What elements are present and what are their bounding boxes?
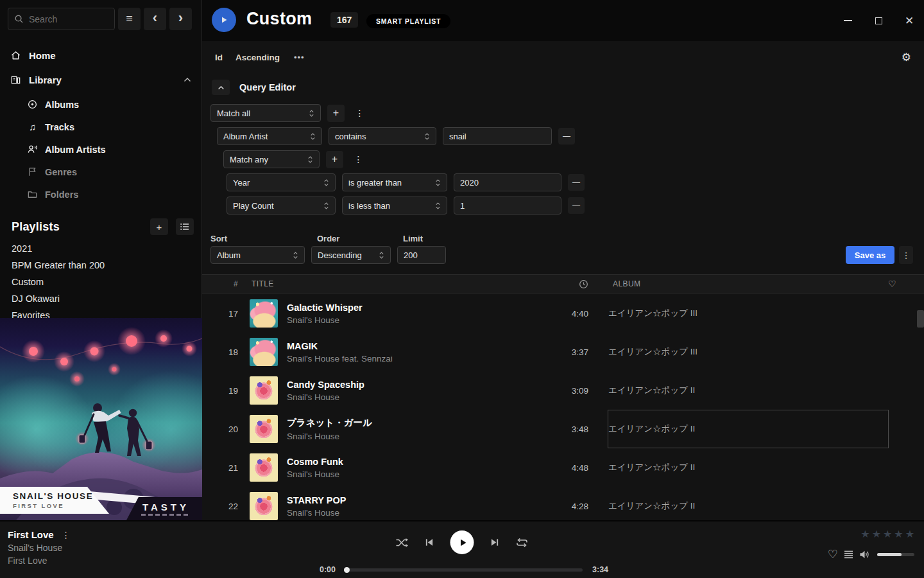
remove-rule-button[interactable]: — <box>568 197 585 214</box>
rule-value-input[interactable] <box>454 197 561 215</box>
match-type-select[interactable]: Match any <box>223 150 320 168</box>
track-row[interactable]: 22 STARRY POP Snail's House 4:28 エイリアン☆ポ… <box>202 487 924 525</box>
track-album-cell[interactable]: エイリアン☆ポップ II <box>608 448 889 487</box>
track-album-cell[interactable]: エイリアン☆ポップ III <box>608 333 889 371</box>
star-icon[interactable]: ★ <box>905 528 914 540</box>
now-playing-artwork[interactable]: SNAIL'S HOUSE FIRST LOVE TASTY <box>0 318 202 520</box>
track-row[interactable]: 21 Cosmo Funk Snail's House 4:48 エイリアン☆ポ… <box>202 448 924 487</box>
column-header-duration[interactable] <box>527 279 594 289</box>
playlist-item-dj-okawari[interactable]: DJ Okawari <box>0 290 201 307</box>
track-album-cell[interactable]: エイリアン☆ポップ II <box>608 410 889 448</box>
next-button[interactable] <box>490 538 500 547</box>
sidebar-item-albums[interactable]: Albums <box>0 93 201 116</box>
column-header-favorite[interactable]: ♡ <box>888 279 924 289</box>
seek-bar-knob[interactable] <box>344 567 350 573</box>
nav-forward-button[interactable]: › <box>169 8 192 30</box>
play-pause-button[interactable] <box>450 530 474 554</box>
scrollbar-thumb[interactable] <box>917 310 924 328</box>
sidebar-item-genres[interactable]: Genres <box>0 161 201 183</box>
elapsed-time: 0:00 <box>320 565 336 574</box>
playlist-item-custom[interactable]: Custom <box>0 274 201 290</box>
window-maximize-button[interactable] <box>873 15 884 26</box>
remove-rule-button[interactable]: — <box>568 174 585 191</box>
repeat-button[interactable] <box>516 538 529 548</box>
playlist-item-2021[interactable]: 2021 <box>0 240 201 257</box>
now-playing-album[interactable]: First Love <box>8 556 71 566</box>
rule-operator-select[interactable]: is greater than <box>342 173 447 191</box>
save-as-button[interactable]: Save as <box>846 246 894 264</box>
track-album-cell[interactable]: エイリアン☆ポップ III <box>608 294 889 333</box>
volume-fill <box>877 553 902 556</box>
total-time: 3:34 <box>592 565 608 574</box>
rule-field-select[interactable]: Play Count <box>227 197 336 215</box>
previous-button[interactable] <box>425 538 434 547</box>
search-input-container[interactable] <box>8 8 115 30</box>
order-select[interactable]: Descending <box>311 246 391 264</box>
add-rule-button[interactable]: + <box>326 151 343 168</box>
more-options-button[interactable]: ••• <box>289 49 310 66</box>
sidebar-item-folders[interactable]: Folders <box>0 183 201 206</box>
unfold-icon <box>323 202 329 210</box>
playlist-item-bpm[interactable]: BPM Greater than 200 <box>0 257 201 274</box>
add-rule-button[interactable]: + <box>327 105 345 122</box>
sort-field-button[interactable]: Id <box>215 49 235 66</box>
collapse-query-button[interactable] <box>212 80 230 95</box>
nav-back-button[interactable]: ‹ <box>144 8 166 30</box>
shuffle-icon <box>396 538 409 548</box>
group-options-button[interactable]: ⋮ <box>350 151 367 168</box>
shuffle-button[interactable] <box>396 538 409 548</box>
track-album-cell[interactable]: エイリアン☆ポップ II <box>608 487 889 525</box>
rule-operator-select[interactable]: contains <box>329 127 436 145</box>
queue-button[interactable] <box>844 550 853 559</box>
column-header-number[interactable]: # <box>202 279 238 288</box>
unfold-icon <box>323 179 329 187</box>
column-header-album[interactable]: ALBUM <box>613 279 888 288</box>
match-type-select[interactable]: Match all <box>210 104 321 122</box>
volume-slider[interactable] <box>877 553 914 556</box>
remove-rule-button[interactable]: — <box>558 128 575 144</box>
gear-icon[interactable]: ⚙ <box>902 51 911 64</box>
add-playlist-button[interactable]: + <box>150 218 168 235</box>
sidebar-menu-button[interactable]: ≡ <box>118 8 141 30</box>
now-playing-artist[interactable]: Snail's House <box>8 543 71 553</box>
rule-value-input[interactable] <box>454 173 561 191</box>
search-input[interactable] <box>29 14 99 24</box>
track-row[interactable]: 17 Galactic Whisper Snail's House 4:40 エ… <box>202 294 924 333</box>
limit-input[interactable] <box>397 246 446 264</box>
save-options-button[interactable]: ⋮ <box>899 246 913 264</box>
column-header-title[interactable]: TITLE <box>252 279 527 288</box>
sort-direction-button[interactable]: Ascending <box>235 49 289 66</box>
star-icon[interactable]: ★ <box>860 528 869 540</box>
star-icon[interactable]: ★ <box>872 528 881 540</box>
volume-button[interactable] <box>859 550 870 559</box>
rule-field-select[interactable]: Album Artist <box>217 127 322 145</box>
next-icon <box>490 538 500 547</box>
track-duration: 4:40 <box>526 309 588 319</box>
track-number: 18 <box>202 347 238 357</box>
sidebar-item-album-artists[interactable]: Album Artists <box>0 138 201 161</box>
sidebar-item-tracks[interactable]: ♫ Tracks <box>0 116 201 138</box>
star-icon[interactable]: ★ <box>883 528 892 540</box>
track-count-badge: 167 <box>330 12 358 28</box>
star-icon[interactable]: ★ <box>894 528 903 540</box>
track-artist: Snail's House <box>287 432 526 441</box>
track-album-cell[interactable]: エイリアン☆ポップ II <box>608 371 889 410</box>
track-row[interactable]: 19 Candy Spaceship Snail's House 3:09 エイ… <box>202 371 924 410</box>
track-row[interactable]: 18 MAGIK Snail's House feat. Sennzai 3:3… <box>202 333 924 371</box>
playlist-list-button[interactable] <box>176 218 194 235</box>
rule-field-select[interactable]: Year <box>227 173 336 191</box>
group-options-button[interactable]: ⋮ <box>351 105 368 122</box>
sort-select[interactable]: Album <box>210 246 305 264</box>
sidebar-item-library[interactable]: Library <box>0 67 201 92</box>
window-close-button[interactable]: ✕ <box>903 15 915 26</box>
track-row[interactable]: 20 プラネット・ガール Snail's House 3:48 エイリアン☆ポッ… <box>202 410 924 448</box>
now-playing-options-button[interactable]: ⋮ <box>62 530 71 540</box>
sidebar-item-home[interactable]: Home <box>0 43 201 67</box>
rule-value-input[interactable] <box>443 127 552 145</box>
player-bar: First Love ⋮ Snail's House First Love <box>0 520 924 578</box>
play-playlist-button[interactable] <box>212 8 236 32</box>
window-minimize-button[interactable] <box>842 15 853 26</box>
favorite-button[interactable]: ♡ <box>828 547 838 561</box>
seek-bar[interactable] <box>345 568 583 572</box>
rule-operator-select[interactable]: is less than <box>342 197 447 215</box>
